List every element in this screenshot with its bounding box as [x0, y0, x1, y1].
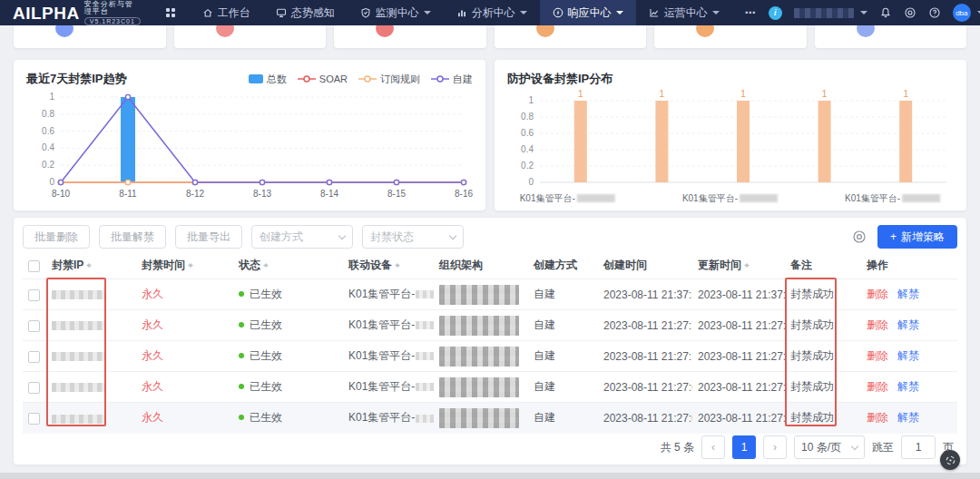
col-header-ban-ip[interactable]: 封禁IP	[46, 252, 136, 279]
col-header-ban-time[interactable]: 封禁时间	[136, 252, 233, 279]
note: 封禁成功	[785, 403, 861, 434]
current-page-button[interactable]: 1	[732, 435, 756, 459]
batch-export-button[interactable]: 批量导出	[175, 225, 242, 249]
delete-link[interactable]: 删除	[867, 380, 888, 393]
select-all-checkbox[interactable]	[28, 260, 40, 272]
browser-scrollbar[interactable]	[0, 473, 980, 479]
row-checkbox[interactable]	[28, 382, 40, 394]
create-time: 2023-08-11 21:27:01	[598, 403, 692, 434]
batch-unban-button[interactable]: 批量解禁	[99, 225, 166, 249]
col-header-note: 备注	[785, 252, 861, 279]
col-header-update-time[interactable]: 更新时间	[692, 252, 785, 279]
table-toolbar: 批量删除 批量解禁 批量导出 创建方式 封禁状态 + 新增策略	[23, 225, 957, 249]
row-checkbox[interactable]	[28, 351, 40, 363]
chevron-down-icon[interactable]	[860, 11, 867, 18]
row-checkbox[interactable]	[28, 320, 40, 332]
device: K01集管平台-	[343, 372, 434, 403]
tenant-name-redacted[interactable]	[794, 8, 854, 18]
floating-helper-button[interactable]	[940, 450, 960, 470]
svg-text:0.8: 0.8	[42, 109, 54, 119]
device: K01集管平台-	[343, 310, 434, 341]
svg-text:0.4: 0.4	[42, 142, 54, 152]
delete-link[interactable]: 删除	[867, 411, 888, 424]
legend-item[interactable]: SOAR	[298, 73, 348, 84]
delete-link[interactable]: 删除	[867, 288, 888, 300]
unban-link[interactable]: 解禁	[897, 288, 919, 300]
ban-time: 永久	[136, 310, 233, 341]
delete-link[interactable]: 删除	[867, 349, 888, 362]
org-redacted	[439, 408, 519, 428]
col-header-status[interactable]: 状态	[233, 252, 343, 279]
bell-icon[interactable]	[879, 6, 892, 19]
sort-icon	[188, 260, 193, 270]
next-page-button[interactable]: ›	[763, 435, 787, 459]
col-header-device[interactable]: 联动设备	[343, 252, 434, 279]
nav-item-operation-center[interactable]: 运营中心	[636, 0, 732, 25]
trend-chart: 00.20.40.60.818-108-118-128-138-148-158-…	[26, 88, 473, 204]
nav-item-workbench[interactable]: 工作台	[190, 0, 263, 25]
create-method-select[interactable]: 创建方式	[251, 225, 353, 249]
avatar[interactable]: dba	[953, 4, 971, 22]
org	[434, 372, 528, 403]
nav-item-situation[interactable]: 态势感知	[263, 0, 348, 25]
distribution-chart-card: 防护设备封禁IP分布 00.20.40.60.8111111K01集管平台-K0…	[495, 60, 966, 210]
main-nav: 工作台 态势感知 监测中心 分析中心 响应中心 运营中心 ⋯	[190, 0, 769, 25]
sort-icon	[744, 260, 750, 270]
delete-link[interactable]: 删除	[867, 318, 888, 331]
add-policy-button[interactable]: + 新增策略	[877, 225, 957, 249]
unban-link[interactable]: 解禁	[897, 380, 919, 393]
status-dot	[239, 322, 244, 327]
target-icon[interactable]	[904, 6, 916, 19]
bar-chart-icon	[456, 7, 467, 18]
ellipsis-icon: ⋯	[745, 6, 756, 19]
column-settings-icon[interactable]	[852, 230, 867, 244]
note: 封禁成功	[785, 341, 861, 372]
svg-text:K01集管平台-: K01集管平台-	[682, 193, 738, 203]
prev-page-button[interactable]: ‹	[701, 435, 725, 459]
unban-link[interactable]: 解禁	[897, 349, 919, 362]
trend-chart-icon	[649, 7, 660, 18]
help-icon[interactable]	[928, 6, 941, 19]
legend-item[interactable]: 自建	[431, 73, 473, 86]
org-redacted	[439, 316, 519, 336]
table-row: 永久 已生效 K01集管平台- 自建 2023-08-11 21:27:08 2…	[23, 372, 957, 403]
unban-link[interactable]: 解禁	[897, 318, 919, 331]
batch-delete-button[interactable]: 批量删除	[23, 225, 90, 249]
device: K01集管平台-	[343, 341, 434, 372]
status: 已生效	[233, 403, 343, 434]
svg-text:8-11: 8-11	[119, 189, 137, 199]
stat-card	[654, 25, 807, 48]
nav-item-more[interactable]: ⋯	[732, 0, 769, 25]
org	[434, 310, 528, 341]
create-method: 自建	[528, 403, 598, 434]
svg-text:1: 1	[660, 89, 665, 99]
col-header-ops: 操作	[861, 252, 957, 279]
status: 已生效	[233, 279, 343, 310]
row-checkbox[interactable]	[28, 289, 40, 301]
jump-page-input[interactable]	[901, 435, 936, 459]
nav-item-monitor-center[interactable]: 监测中心	[348, 0, 444, 25]
unban-link[interactable]: 解禁	[897, 411, 919, 424]
page-size-select[interactable]: 10 条/页	[794, 435, 865, 459]
tenant-info-icon[interactable]: i	[769, 6, 782, 20]
ban-status-select[interactable]: 封禁状态	[362, 225, 464, 249]
row-checkbox[interactable]	[28, 413, 40, 425]
app-logo: AILPHA 安全分析与管理平台 V5.1R23C01	[0, 1, 150, 25]
app-switcher-icon[interactable]	[166, 8, 175, 17]
svg-text:0.2: 0.2	[521, 161, 534, 171]
legend-item[interactable]: 订阅规则	[358, 73, 420, 86]
svg-text:8-16: 8-16	[455, 189, 473, 199]
stat-card	[495, 25, 647, 48]
svg-text:0.4: 0.4	[521, 144, 534, 154]
monitor-icon	[276, 7, 287, 18]
nav-item-analysis-center[interactable]: 分析中心	[444, 0, 540, 25]
nav-item-response-center[interactable]: 响应中心	[540, 0, 636, 25]
legend-item[interactable]: 总数	[249, 73, 287, 86]
chevron-down-icon	[851, 442, 858, 449]
total-count: 共 5 条	[661, 440, 694, 455]
org	[434, 341, 528, 372]
org-redacted	[439, 377, 519, 397]
home-icon	[202, 7, 213, 18]
sort-icon	[86, 260, 92, 270]
table-header-row: 封禁IP 封禁时间 状态 联动设备 组织架构 创建方式 创建时间 更新时间 备注…	[23, 252, 957, 279]
